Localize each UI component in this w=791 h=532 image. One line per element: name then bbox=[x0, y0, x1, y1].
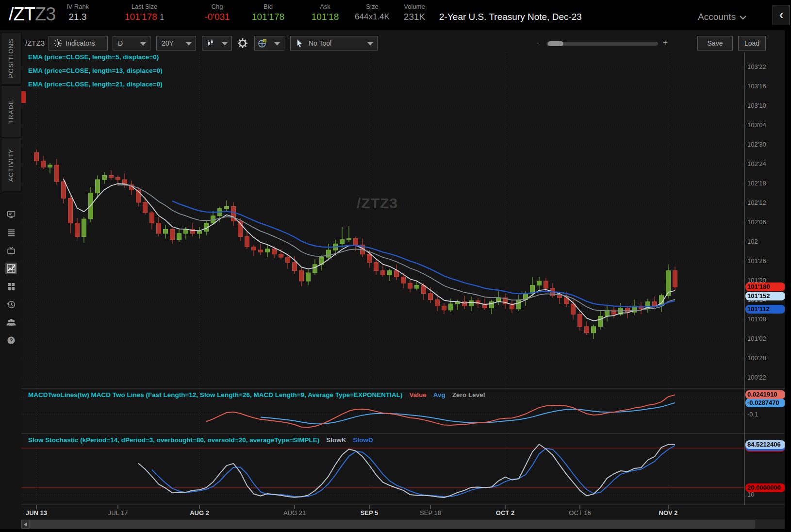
price-axis[interactable]: 103'22103'16103'10103'04102'30102'24102'… bbox=[744, 52, 785, 505]
price-bubble-2: 101'112 bbox=[745, 305, 785, 314]
stoch-study-header: Slow Stochastic (kPeriod=14, dPeriod=3, … bbox=[28, 436, 373, 444]
price-axis-tick: 103'22 bbox=[747, 63, 766, 70]
price-axis-tick: 103'10 bbox=[747, 102, 766, 109]
price-bubble-1: 101'152 bbox=[745, 292, 785, 300]
macd-legend-zero: Zero Level bbox=[452, 391, 485, 399]
stoch-legend-slowk: SlowK bbox=[326, 436, 346, 444]
scrollbar-left-arrow[interactable] bbox=[21, 520, 30, 529]
macd-study-header: MACDTwoLines(tw) MACD Two Lines (Fast Le… bbox=[28, 391, 485, 399]
chevron-down-icon bbox=[740, 16, 746, 20]
stoch-slowk-bubble: 84.5212406 bbox=[745, 440, 785, 449]
indicators-button[interactable]: Indicators bbox=[49, 36, 108, 50]
load-button[interactable]: Load bbox=[738, 36, 766, 50]
accounts-dropdown[interactable]: Accounts bbox=[698, 12, 746, 22]
price-axis-tick: 101'08 bbox=[747, 316, 766, 323]
left-edge-marker bbox=[21, 91, 26, 103]
time-axis-label: JUN 13 bbox=[26, 509, 47, 516]
history-icon[interactable] bbox=[5, 299, 17, 310]
sidebar-tab-positions[interactable]: POSITIONS bbox=[1, 32, 21, 84]
stoch-title[interactable]: Slow Stochastic (kPeriod=14, dPeriod=3, … bbox=[28, 436, 319, 444]
symbol-label: /ZTZ3 bbox=[9, 4, 55, 25]
price-axis-tick: 101'26 bbox=[747, 257, 766, 265]
save-button[interactable]: Save bbox=[697, 36, 733, 50]
drawing-tool-dropdown[interactable]: No Tool bbox=[290, 36, 378, 50]
zoom-in-button[interactable]: + bbox=[663, 38, 668, 48]
trading-platform-window: /ZTZ3 IV Rank 21.3 Last Size 101'178 1 C… bbox=[0, 0, 791, 532]
price-axis-tick: 103'16 bbox=[747, 83, 766, 90]
price-axis-tick: 102'18 bbox=[747, 180, 766, 187]
price-axis-tick: 102'06 bbox=[747, 218, 766, 226]
price-axis-tick: 102'30 bbox=[747, 141, 766, 148]
stoch-legend-slowd: SlowD bbox=[353, 436, 373, 444]
chevron-down-icon bbox=[222, 39, 228, 47]
price-axis-tick: 103'04 bbox=[747, 121, 766, 129]
zoom-out-button[interactable]: - bbox=[537, 38, 540, 48]
chevron-down-icon bbox=[367, 39, 373, 47]
stoch-axis-tick: 10 bbox=[747, 491, 754, 498]
scrollbar-thumb[interactable] bbox=[30, 520, 755, 529]
stat-iv-rank: IV Rank 21.3 bbox=[56, 3, 99, 23]
time-axis-label: SEP 18 bbox=[420, 509, 441, 516]
macd-legend-value: Value bbox=[410, 391, 427, 399]
zoom-slider-thumb[interactable] bbox=[548, 41, 563, 46]
macd-value-bubble: 0.0241910 bbox=[745, 390, 785, 399]
time-axis-label: AUG 2 bbox=[190, 509, 209, 516]
community-icon[interactable] bbox=[5, 316, 17, 328]
grid-apps-icon[interactable] bbox=[5, 281, 17, 292]
price-axis-tick: 102'12 bbox=[747, 199, 766, 206]
cursor-icon bbox=[297, 39, 304, 48]
chart-symbol-label: /ZTZ3 bbox=[25, 39, 45, 47]
macd-legend-avg: Avg bbox=[433, 391, 445, 399]
stat-size: Size 644x1.4K bbox=[351, 3, 394, 23]
stat-last-size: Last Size 101'178 1 bbox=[116, 3, 172, 24]
timeframe-dropdown[interactable]: D bbox=[113, 36, 150, 50]
range-dropdown[interactable]: 20Y bbox=[156, 36, 196, 50]
grid-view-dropdown[interactable] bbox=[254, 36, 284, 50]
study-label-ema13[interactable]: EMA (price=CLOSE, length=13, displace=0) bbox=[28, 67, 163, 74]
left-sidebar: POSITIONS TRADE ACTIVITY ? bbox=[0, 30, 21, 529]
chevron-down-icon bbox=[274, 39, 280, 47]
watchlist-icon[interactable] bbox=[5, 227, 17, 238]
collapse-panel-button[interactable]: ‹ bbox=[773, 5, 790, 25]
study-label-ema5[interactable]: EMA (price=CLOSE, length=5, displace=0) bbox=[28, 53, 159, 61]
stat-bid: Bid 101'178 bbox=[245, 3, 291, 23]
time-axis-label: OCT 16 bbox=[569, 509, 591, 516]
stat-chg: Chg -0'031 bbox=[194, 3, 240, 23]
chevron-down-icon bbox=[140, 39, 146, 47]
right-margin bbox=[785, 30, 791, 529]
time-axis-label: SEP 5 bbox=[361, 509, 379, 516]
macd-axis-tick: -0.1 bbox=[747, 411, 758, 418]
price-axis-tick: 100'28 bbox=[747, 354, 766, 362]
candlestick-style-icon bbox=[206, 39, 214, 48]
zoom-slider[interactable] bbox=[546, 42, 658, 46]
tv-icon[interactable] bbox=[5, 245, 17, 256]
chart-scrollbar[interactable] bbox=[21, 519, 791, 529]
help-icon[interactable]: ? bbox=[5, 334, 17, 346]
chart-settings-gear-icon[interactable] bbox=[237, 37, 248, 51]
price-axis-tick: 101'02 bbox=[747, 335, 766, 342]
study-label-ema21[interactable]: EMA (price=CLOSE, length=21, displace=0) bbox=[28, 81, 163, 88]
sidebar-tab-trade[interactable]: TRADE bbox=[1, 85, 21, 138]
indicators-icon bbox=[53, 39, 62, 48]
grid-globe-icon bbox=[258, 38, 267, 48]
stat-ask: Ask 101'18 bbox=[303, 3, 347, 23]
quote-header: /ZTZ3 IV Rank 21.3 Last Size 101'178 1 C… bbox=[0, 0, 791, 30]
stat-volume: Volume 231K bbox=[396, 3, 433, 23]
time-axis-label: NOV 2 bbox=[659, 509, 677, 516]
price-bubble-0: 101'180 bbox=[745, 283, 785, 291]
charts-icon[interactable] bbox=[5, 263, 17, 274]
macd-avg-bubble: -0.0287470 bbox=[745, 399, 785, 407]
price-axis-tick: 102 bbox=[747, 238, 758, 245]
instrument-title: 2-Year U.S. Treasury Note, Dec-23 bbox=[439, 12, 582, 22]
svg-text:?: ? bbox=[9, 337, 13, 343]
price-axis-tick: 100'22 bbox=[747, 374, 766, 381]
quotes-monitor-icon[interactable] bbox=[5, 209, 17, 220]
time-axis-label: AUG 21 bbox=[283, 509, 306, 516]
chart-style-dropdown[interactable] bbox=[202, 36, 232, 50]
sidebar-tab-activity[interactable]: ACTIVITY bbox=[1, 139, 21, 191]
time-axis-label: OCT 2 bbox=[496, 509, 514, 516]
macd-title[interactable]: MACDTwoLines(tw) MACD Two Lines (Fast Le… bbox=[28, 391, 403, 399]
chevron-down-icon bbox=[186, 39, 192, 47]
price-axis-tick: 102'24 bbox=[747, 160, 766, 167]
time-axis-label: JUL 17 bbox=[108, 509, 128, 516]
